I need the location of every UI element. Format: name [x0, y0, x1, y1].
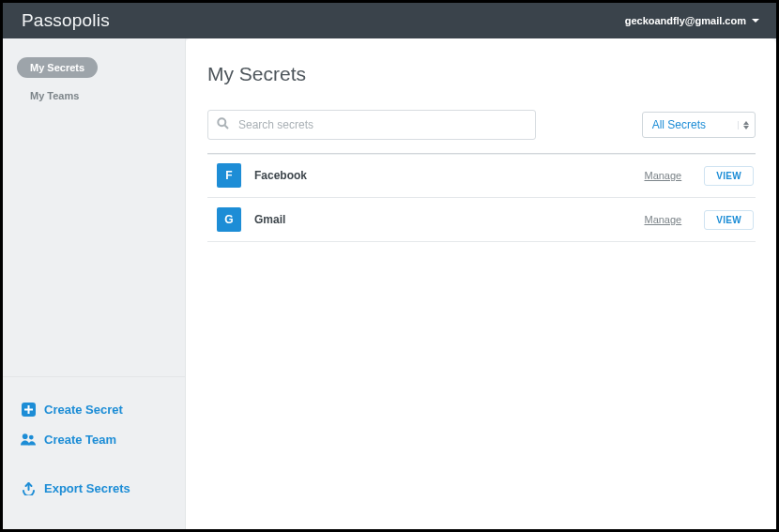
secret-name: Facebook: [254, 169, 631, 182]
svg-rect-2: [24, 408, 33, 410]
view-button[interactable]: VIEW: [704, 166, 754, 186]
brand-title: Passopolis: [22, 10, 110, 31]
list-item: G Gmail Manage VIEW: [207, 198, 756, 242]
team-icon: [21, 432, 36, 447]
app-header: Passopolis geckoandfly@gmail.com: [3, 3, 776, 38]
nav-label: My Teams: [30, 90, 79, 101]
sidebar: My Secrets My Teams Create Secret: [3, 38, 186, 529]
plus-icon: [21, 402, 36, 417]
user-email: geckoandfly@gmail.com: [625, 15, 746, 26]
create-secret-button[interactable]: Create Secret: [17, 394, 171, 424]
action-label: Create Team: [44, 433, 116, 447]
stepper-icon: [738, 121, 749, 129]
filter-dropdown[interactable]: All Secrets: [642, 112, 756, 138]
user-menu[interactable]: geckoandfly@gmail.com: [625, 15, 759, 26]
sidebar-item-my-teams[interactable]: My Teams: [17, 85, 171, 106]
sidebar-item-my-secrets[interactable]: My Secrets: [17, 57, 98, 78]
search-icon: [217, 116, 229, 133]
svg-point-3: [23, 433, 28, 439]
svg-point-4: [29, 435, 34, 440]
avatar: F: [217, 163, 241, 188]
page-title: My Secrets: [207, 63, 756, 85]
export-secrets-button[interactable]: Export Secrets: [17, 473, 171, 503]
manage-link[interactable]: Manage: [644, 170, 681, 181]
view-button[interactable]: VIEW: [704, 210, 754, 230]
filter-selected-label: All Secrets: [652, 118, 706, 131]
main-content: My Secrets All Secrets: [185, 38, 776, 529]
action-label: Create Secret: [44, 403, 123, 417]
svg-point-5: [218, 118, 225, 126]
avatar: G: [217, 207, 241, 232]
nav-label: My Secrets: [30, 62, 84, 73]
search-input[interactable]: [207, 110, 536, 140]
export-icon: [21, 480, 36, 495]
svg-line-6: [225, 126, 229, 129]
action-label: Export Secrets: [44, 481, 130, 495]
create-team-button[interactable]: Create Team: [17, 424, 171, 454]
list-item: F Facebook Manage VIEW: [207, 154, 756, 198]
secret-name: Gmail: [254, 213, 631, 226]
chevron-down-icon: [752, 19, 759, 23]
manage-link[interactable]: Manage: [644, 214, 681, 225]
